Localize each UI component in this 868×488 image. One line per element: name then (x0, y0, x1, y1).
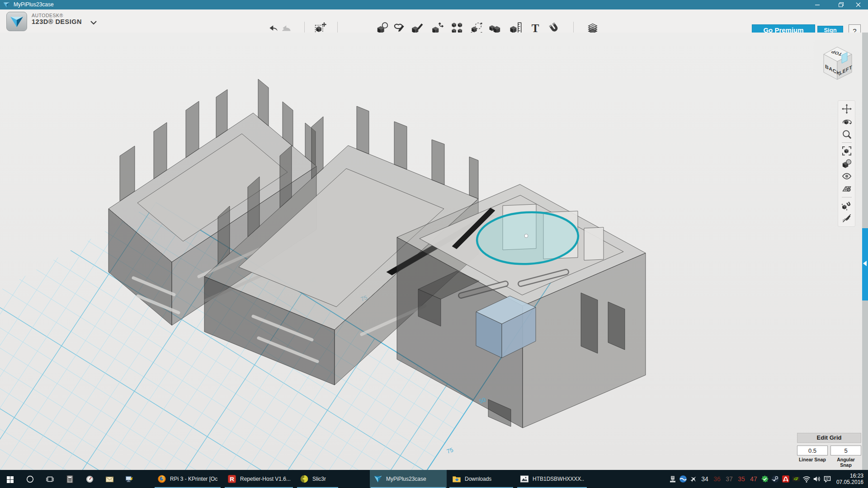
taskbar-app-label: HTB1DSBWHXXXX... (533, 476, 584, 482)
remote-desktop-icon (125, 475, 134, 483)
airplane-icon[interactable] (689, 475, 698, 483)
gauge-icon (85, 475, 94, 483)
taskbar-app-label: Slic3r (312, 476, 326, 482)
remote-desktop-button[interactable] (120, 470, 138, 488)
zoom-fit-button[interactable] (840, 145, 854, 157)
tray-number-1[interactable]: 36 (712, 475, 722, 483)
visibility-icon (841, 171, 852, 181)
action-center-icon[interactable] (823, 475, 831, 483)
image-file-icon (520, 474, 529, 483)
grid-toggle-button[interactable] (840, 183, 854, 195)
3d-viewport[interactable]: 50 75 (0, 33, 868, 470)
taskbar-app-image-viewer[interactable]: HTB1DSBWHXXXX... (516, 470, 588, 488)
system-tray: 34 36 37 35 47 16:23 07.05.2016 (669, 470, 867, 488)
wifi-icon[interactable] (802, 475, 811, 483)
calculator-icon (66, 475, 74, 483)
linear-snap-label: Linear Snap (797, 457, 828, 468)
visibility-button[interactable] (840, 170, 854, 183)
shading-icon (841, 159, 852, 169)
panel-flyout-handle[interactable] (862, 228, 868, 300)
taskbar-app-firefox[interactable]: RPi 3 - KPrinter [Oc... (154, 470, 222, 488)
edit-grid-button[interactable]: Edit Grid (797, 433, 861, 443)
slic3r-icon (300, 474, 309, 483)
selection-point[interactable] (524, 234, 528, 238)
downloads-folder-icon (452, 474, 461, 483)
firefox-icon (157, 474, 166, 483)
main-menu-chevron-icon[interactable] (90, 19, 97, 23)
brand-autodesk: AUTODESK® (32, 13, 82, 19)
sketch-visibility-button[interactable] (840, 212, 854, 225)
grid-label-75: 75 (446, 446, 454, 455)
close-button[interactable] (848, 0, 868, 9)
nav-separator (842, 142, 852, 143)
pan-icon (841, 104, 852, 114)
pan-button[interactable] (840, 103, 854, 115)
taskbar-app-label: RPi 3 - KPrinter [Oc... (170, 476, 218, 482)
orbit-button[interactable] (840, 115, 854, 128)
gauge-app-button[interactable] (80, 470, 99, 488)
nav-separator (842, 197, 852, 197)
tray-number-0[interactable]: 34 (700, 475, 710, 483)
taskbar-app-repetier[interactable]: R Repetier-Host V1.6.... (224, 470, 294, 488)
volume-icon[interactable] (813, 475, 821, 483)
brand-product: 123D® DESIGN (32, 19, 82, 26)
windows-start-icon (6, 475, 14, 483)
svg-text:R: R (230, 476, 234, 483)
green-status-icon[interactable] (761, 475, 769, 483)
app-window: MyPiPlus23case AUTODESK® 123D® DESIGN ⌄ … (0, 0, 868, 488)
zoom-icon (841, 129, 852, 139)
mail-icon (105, 475, 114, 483)
sync-app-icon[interactable] (679, 475, 687, 483)
taskbar: RPi 3 - KPrinter [Oc... R Repetier-Host … (0, 470, 868, 488)
steam-icon[interactable] (771, 475, 779, 483)
start-button[interactable] (1, 470, 19, 488)
123d-design-icon (373, 474, 382, 483)
tray-number-3[interactable]: 35 (736, 475, 746, 483)
grid-toggle-icon (841, 184, 852, 194)
view-cube[interactable]: TOP BACK LEFT (814, 40, 863, 90)
taskbar-app-slic3r[interactable]: Slic3r (296, 470, 339, 488)
snap-toggle-button[interactable] (840, 199, 854, 212)
minimize-button[interactable] (807, 0, 827, 9)
angular-snap-label: Angular Snap (830, 457, 861, 468)
taskbar-app-label: Downloads (465, 476, 491, 482)
calculator-button[interactable] (61, 470, 79, 488)
tray-number-4[interactable]: 47 (749, 475, 759, 483)
app-brand: AUTODESK® 123D® DESIGN (32, 13, 82, 25)
taskbar-app-label: Repetier-Host V1.6.... (240, 476, 290, 482)
orbit-icon (841, 117, 852, 127)
tray-number-2[interactable]: 37 (724, 475, 734, 483)
shading-button[interactable] (840, 157, 854, 170)
zoom-button[interactable] (840, 128, 854, 141)
avira-icon[interactable] (782, 475, 790, 483)
removable-device-icon[interactable] (669, 475, 677, 483)
task-view-button[interactable] (41, 470, 59, 488)
clock[interactable]: 16:23 07.05.2016 (836, 473, 863, 485)
app-logo-icon (3, 1, 10, 8)
edit-grid-panel: Edit Grid Linear Snap Angular Snap (797, 433, 861, 468)
window-title: MyPiPlus23case (14, 1, 54, 8)
task-view-icon (46, 475, 54, 483)
clock-time: 16:23 (836, 473, 863, 479)
titlebar: MyPiPlus23case (0, 0, 868, 9)
navigation-rail (838, 100, 855, 227)
main-toolbar: AUTODESK® 123D® DESIGN ⌄ ⌄ ⌄ ⌄ ⌄ ⌄ ⌄ ⌄ T… (0, 9, 868, 33)
linear-snap-input[interactable] (797, 446, 828, 455)
search-icon (26, 475, 34, 483)
clock-date: 07.05.2016 (836, 479, 863, 485)
taskbar-app-downloads[interactable]: Downloads (448, 470, 514, 488)
repetier-icon: R (227, 474, 236, 483)
mail-app-button[interactable] (100, 470, 118, 488)
app-menu-logo[interactable] (6, 12, 27, 31)
taskbar-app-123d-design[interactable]: MyPiPlus23case (370, 470, 447, 488)
taskbar-app-label: MyPiPlus23case (386, 476, 426, 482)
sketch-visibility-icon (841, 213, 852, 223)
snap-toggle-icon (841, 201, 852, 211)
angular-snap-input[interactable] (830, 446, 861, 455)
nvidia-icon[interactable] (792, 475, 800, 483)
zoom-fit-icon (841, 146, 852, 156)
search-button[interactable] (21, 470, 39, 488)
